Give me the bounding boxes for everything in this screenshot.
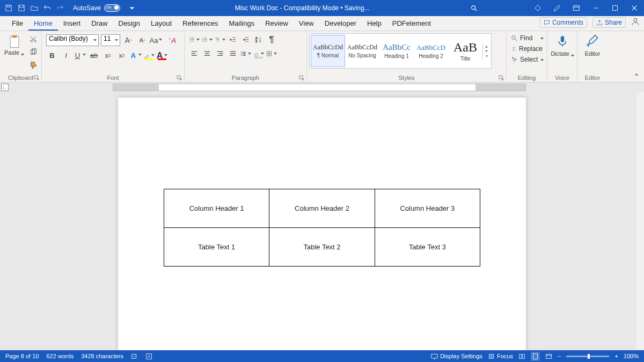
ribbon-display-icon[interactable] — [567, 0, 586, 16]
increase-indent-icon[interactable] — [240, 34, 251, 45]
tab-references[interactable]: References — [177, 16, 223, 31]
style-heading-2[interactable]: AaBbCcDHeading 2 — [414, 35, 448, 67]
launcher-icon[interactable] — [177, 75, 182, 80]
increase-font-icon[interactable]: A^ — [122, 34, 134, 46]
font-name-select[interactable]: Calibri (Body) — [46, 34, 99, 46]
page[interactable]: Column Header 1 Column Header 2 Column H… — [118, 98, 526, 350]
italic-button[interactable]: I — [60, 49, 72, 61]
page-indicator[interactable]: Page 8 of 10 — [5, 353, 39, 359]
autosave-toggle[interactable]: AutoSave On — [73, 4, 120, 12]
macro-icon[interactable] — [145, 353, 152, 360]
subscript-button[interactable]: x2 — [102, 49, 114, 61]
collapse-ribbon-icon[interactable] — [633, 70, 640, 80]
table-cell[interactable]: Table Text 2 — [269, 228, 375, 267]
share-button[interactable]: Share — [592, 17, 626, 28]
show-marks-icon[interactable]: ¶ — [266, 34, 277, 45]
change-case-icon[interactable]: Aa — [150, 34, 162, 46]
copy-icon[interactable] — [30, 48, 37, 58]
document-table[interactable]: Column Header 1 Column Header 2 Column H… — [164, 189, 480, 267]
tab-file[interactable]: File — [6, 16, 28, 31]
text-effects-icon[interactable]: A — [130, 49, 142, 61]
multilevel-list-icon[interactable] — [215, 34, 225, 45]
tab-mailings[interactable]: Mailings — [224, 16, 260, 31]
tab-draw[interactable]: Draw — [86, 16, 113, 31]
decrease-indent-icon[interactable] — [228, 34, 238, 45]
table-cell[interactable]: Column Header 1 — [164, 189, 269, 228]
tab-help[interactable]: Help — [362, 16, 387, 31]
font-size-select[interactable]: 11 — [101, 34, 120, 46]
read-mode-icon[interactable] — [518, 353, 525, 360]
zoom-slider[interactable] — [566, 356, 609, 357]
align-left-icon[interactable] — [189, 48, 200, 59]
editor-button[interactable]: Editor — [577, 31, 608, 57]
tab-pdfelement[interactable]: PDFelement — [387, 16, 436, 31]
replace-button[interactable]: Replace — [510, 44, 544, 54]
print-layout-icon[interactable] — [531, 352, 540, 361]
style-title[interactable]: AaBTitle — [448, 35, 482, 67]
word-count[interactable]: 622 words — [46, 353, 74, 359]
save-icon[interactable] — [17, 4, 26, 12]
tab-selector-icon[interactable]: ∟ — [1, 84, 9, 91]
tab-layout[interactable]: Layout — [145, 16, 177, 31]
vertical-scrollbar[interactable] — [636, 92, 644, 350]
launcher-icon[interactable] — [499, 75, 504, 80]
diamond-icon[interactable] — [528, 0, 547, 16]
launcher-icon[interactable] — [299, 75, 304, 80]
spell-check-icon[interactable] — [131, 353, 138, 360]
zoom-in-icon[interactable]: + — [614, 353, 618, 359]
table-cell[interactable]: Column Header 2 — [269, 189, 375, 228]
shading-icon[interactable] — [253, 48, 264, 59]
cut-icon[interactable] — [30, 35, 37, 45]
ruler[interactable]: ∟ — [0, 83, 644, 92]
document-area[interactable]: Column Header 1 Column Header 2 Column H… — [0, 92, 644, 350]
tab-design[interactable]: Design — [113, 16, 145, 31]
justify-icon[interactable] — [228, 48, 238, 59]
tab-home[interactable]: Home — [28, 16, 58, 31]
tab-developer[interactable]: Developer — [319, 16, 362, 31]
font-color-icon[interactable]: A — [157, 50, 167, 61]
styles-scroll[interactable]: ▲▼▾ — [482, 44, 490, 58]
strikethrough-button[interactable]: ab — [88, 49, 100, 61]
search-icon[interactable] — [468, 2, 480, 14]
tab-insert[interactable]: Insert — [58, 16, 86, 31]
zoom-level[interactable]: 100% — [624, 353, 639, 359]
style-normal[interactable]: AaBbCcDd¶ Normal — [311, 35, 345, 67]
align-center-icon[interactable] — [202, 48, 213, 59]
comments-button[interactable]: Comments — [540, 17, 587, 28]
account-icon[interactable] — [631, 17, 640, 28]
bullets-icon[interactable] — [189, 34, 200, 45]
borders-icon[interactable] — [266, 48, 277, 59]
highlight-color-icon[interactable] — [144, 50, 155, 61]
tab-view[interactable]: View — [294, 16, 319, 31]
minimize-icon[interactable] — [586, 0, 605, 16]
style-heading-1[interactable]: AaBbCcHeading 1 — [379, 35, 414, 67]
line-spacing-icon[interactable] — [240, 48, 251, 59]
format-painter-icon[interactable] — [30, 61, 37, 71]
char-count[interactable]: 3428 characters — [81, 353, 123, 359]
paste-button[interactable]: Paste — [4, 34, 24, 56]
zoom-out-icon[interactable]: − — [558, 353, 561, 359]
autosave-disk-icon[interactable] — [4, 4, 13, 12]
bold-button[interactable]: B — [46, 49, 58, 61]
toggle-switch-icon[interactable]: On — [104, 4, 120, 12]
folder-open-icon[interactable] — [30, 4, 39, 12]
close-icon[interactable] — [625, 0, 644, 16]
decrease-font-icon[interactable]: A^ — [136, 34, 148, 46]
tab-review[interactable]: Review — [260, 16, 294, 31]
style-no-spacing[interactable]: AaBbCcDdNo Spacing — [345, 35, 379, 67]
web-layout-icon[interactable] — [545, 353, 552, 360]
dictate-button[interactable]: Dictate — [547, 31, 577, 57]
table-cell[interactable]: Column Header 3 — [375, 189, 480, 228]
superscript-button[interactable]: x2 — [116, 49, 128, 61]
underline-button[interactable]: U — [74, 49, 86, 61]
horizontal-ruler[interactable] — [113, 84, 526, 91]
focus-button[interactable]: Focus — [488, 353, 513, 360]
display-settings-button[interactable]: Display Settings — [431, 353, 482, 360]
pen-icon[interactable] — [547, 0, 567, 16]
undo-icon[interactable] — [43, 4, 52, 12]
qat-customize-icon[interactable] — [128, 4, 136, 12]
find-button[interactable]: Find — [510, 33, 544, 43]
select-button[interactable]: Select — [510, 55, 544, 64]
launcher-icon[interactable] — [34, 75, 39, 80]
maximize-icon[interactable] — [605, 0, 625, 16]
